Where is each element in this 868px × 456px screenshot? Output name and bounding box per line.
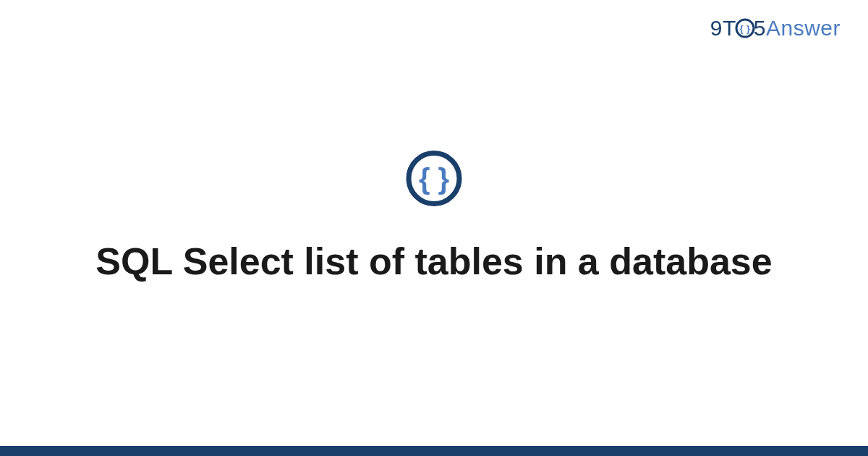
bottom-bar [0,446,868,456]
page-title: SQL Select list of tables in a database [0,238,868,285]
brand-five: 5 [754,16,766,40]
svg-text:{ }: { } [739,23,750,34]
main-content: { } SQL Select list of tables in a datab… [0,150,868,285]
brand-logo: 9T { } 5Answer [710,16,841,41]
brand-o-icon: { } [735,18,755,38]
brand-nine: 9 [710,16,723,40]
brand-answer: Answer [766,16,841,40]
svg-text:{ }: { } [419,163,449,195]
braces-icon: { } [405,150,463,211]
